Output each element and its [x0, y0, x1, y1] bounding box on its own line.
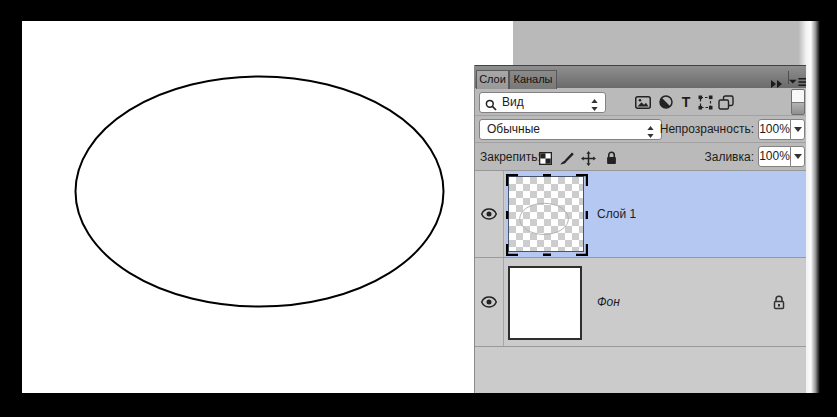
layer1-thumbnail[interactable] — [508, 176, 584, 252]
lock-all-icon[interactable] — [603, 150, 619, 166]
visibility-toggle[interactable] — [475, 258, 504, 346]
background-layer-name[interactable]: Фон — [597, 258, 620, 347]
layer-row-layer1[interactable]: Слой 1 — [475, 171, 806, 258]
panel-menu-icon[interactable] — [789, 73, 806, 83]
layers-panel: Слои Каналы Вид — [474, 65, 806, 393]
background-thumbnail[interactable] — [508, 266, 582, 340]
lock-transparent-pixels-icon[interactable] — [537, 150, 553, 166]
selection-brackets-icon — [506, 174, 588, 256]
search-icon — [485, 97, 497, 115]
adjustment-layer-filter-icon[interactable] — [658, 94, 674, 110]
lock-row: Закрепить: Заливка: 100% — [475, 143, 806, 171]
chevron-down-icon — [794, 154, 802, 159]
background-layer-content[interactable]: Фон — [505, 258, 806, 346]
spinner-arrows-icon — [591, 97, 598, 115]
lock-image-pixels-icon[interactable] — [559, 150, 575, 166]
layer-locked-icon[interactable] — [773, 295, 785, 310]
layer-row-background[interactable]: Фон — [475, 258, 806, 347]
fill-dropdown-button[interactable] — [790, 146, 805, 167]
fill-input[interactable]: 100% — [758, 146, 791, 167]
blend-mode-value: Обычные — [487, 120, 540, 139]
drawn-ellipse — [76, 77, 444, 307]
eye-icon — [481, 296, 497, 308]
layer1-name[interactable]: Слой 1 — [597, 171, 636, 258]
chevron-down-icon — [794, 127, 802, 132]
fill-label: Заливка: — [625, 143, 754, 171]
layer-filtering-switch[interactable] — [791, 89, 805, 115]
photoshop-workspace: Слои Каналы Вид — [22, 21, 820, 393]
opacity-input[interactable]: 100% — [758, 119, 791, 140]
pixel-layer-filter-icon[interactable] — [635, 94, 651, 110]
opacity-label: Непрозрачность: — [615, 116, 754, 143]
filter-kind-select[interactable]: Вид — [479, 92, 606, 113]
type-layer-filter-icon[interactable]: T — [678, 94, 694, 110]
tab-layers[interactable]: Слои — [476, 70, 509, 89]
opacity-dropdown-button[interactable] — [790, 119, 805, 140]
layers-list: Слой 1 Фон — [475, 171, 806, 393]
shape-layer-filter-icon[interactable] — [697, 94, 713, 110]
blend-row: Обычные Непрозрачность: 100% — [475, 116, 806, 143]
lock-label: Закрепить: — [480, 143, 541, 171]
filter-kind-value: Вид — [502, 93, 524, 112]
smart-object-filter-icon[interactable] — [718, 94, 734, 110]
collapse-double-arrow-icon[interactable] — [770, 74, 784, 83]
panel-tab-bar: Слои Каналы — [475, 65, 806, 88]
filter-row: Вид T — [475, 88, 806, 116]
eye-icon — [481, 208, 497, 220]
ellipse-drawing — [22, 21, 513, 393]
lock-position-icon[interactable] — [580, 150, 596, 166]
tab-channels[interactable]: Каналы — [509, 70, 557, 89]
layer1-content[interactable]: Слой 1 — [505, 171, 806, 257]
document-canvas[interactable] — [22, 21, 513, 393]
visibility-toggle[interactable] — [475, 171, 504, 257]
